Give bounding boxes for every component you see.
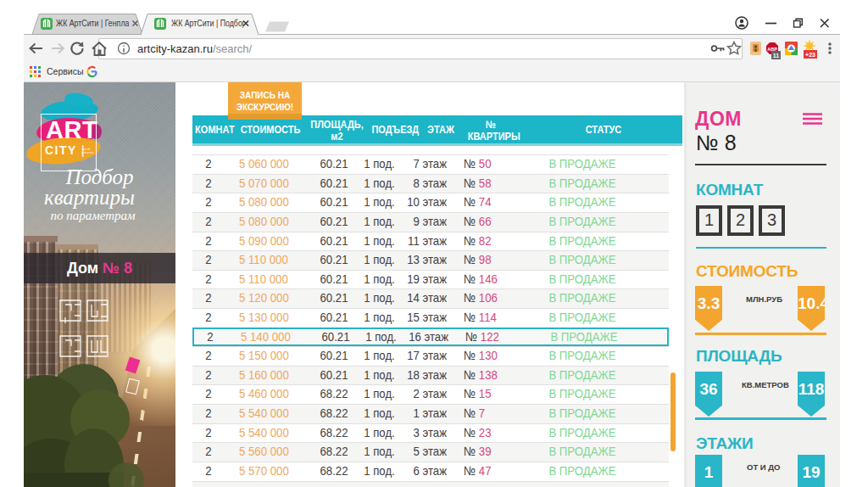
svg-text:+23: +23 xyxy=(805,52,815,58)
svg-text:ABP: ABP xyxy=(767,47,777,52)
svg-text:Сервисы: Сервисы xyxy=(47,66,84,76)
svg-text:11: 11 xyxy=(773,53,780,59)
